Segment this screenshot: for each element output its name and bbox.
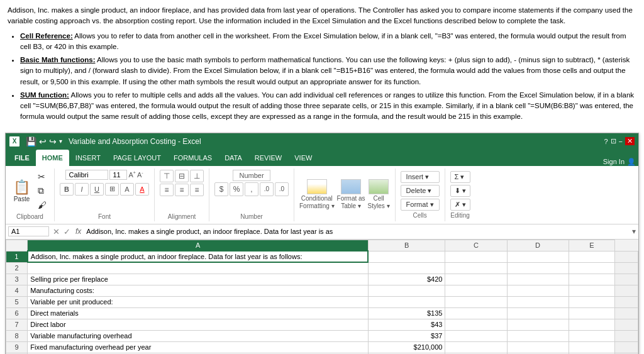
cell-d1[interactable] xyxy=(507,251,569,262)
cell-e3[interactable] xyxy=(569,274,615,285)
cell-e1[interactable] xyxy=(569,251,615,262)
undo-qat-btn[interactable]: ↩ xyxy=(39,136,47,147)
format-painter-btn[interactable]: 🖌 xyxy=(35,199,49,211)
delete-cells-btn[interactable]: Delete ▾ xyxy=(401,185,440,197)
row-header-5[interactable]: 5 xyxy=(6,296,28,307)
number-format-box[interactable]: Number xyxy=(233,170,270,181)
cell-a6[interactable]: Direct materials xyxy=(28,307,369,319)
paste-button[interactable]: 📋 Paste xyxy=(11,178,33,204)
cancel-formula-icon[interactable]: ✕ xyxy=(52,227,61,236)
cell-c8[interactable] xyxy=(445,330,507,341)
cell-b2[interactable] xyxy=(368,262,445,274)
font-name-input[interactable] xyxy=(65,170,108,180)
col-header-a[interactable]: A xyxy=(28,240,369,251)
clear-btn[interactable]: ✗ ▾ xyxy=(450,199,470,211)
cell-b1[interactable] xyxy=(368,251,445,262)
formula-expand-icon[interactable]: ▾ xyxy=(632,227,636,236)
row-header-2[interactable]: 2 xyxy=(6,262,28,274)
confirm-formula-icon[interactable]: ✓ xyxy=(62,227,72,236)
cell-b8[interactable]: $37 xyxy=(368,330,445,341)
tab-formulas[interactable]: FORMULAS xyxy=(167,150,218,166)
italic-button[interactable]: I xyxy=(75,183,89,196)
cell-a5[interactable]: Variable per unit produced: xyxy=(28,296,369,307)
cell-d5[interactable] xyxy=(507,296,569,307)
cell-b5[interactable] xyxy=(368,296,445,307)
align-left-btn[interactable]: ≡ xyxy=(160,184,174,196)
cell-c7[interactable] xyxy=(445,319,507,330)
cell-d9[interactable] xyxy=(507,341,569,353)
cell-d6[interactable] xyxy=(507,307,569,319)
tab-view[interactable]: VIEW xyxy=(288,150,318,166)
row-header-7[interactable]: 7 xyxy=(6,319,28,330)
tab-page-layout[interactable]: PAGE LAYOUT xyxy=(107,150,167,166)
font-size-input[interactable] xyxy=(109,170,127,180)
align-center-btn[interactable]: ≡ xyxy=(175,184,189,196)
tab-data[interactable]: DATA xyxy=(218,150,248,166)
conditional-formatting-btn[interactable]: ConditionalFormatting ▾ xyxy=(299,179,335,210)
align-bottom-btn[interactable]: ⊥ xyxy=(190,170,204,182)
col-header-d[interactable]: D xyxy=(507,240,569,251)
cell-c1[interactable] xyxy=(445,251,507,262)
row-header-9[interactable]: 9 xyxy=(6,341,28,353)
insert-cells-btn[interactable]: Insert ▾ xyxy=(401,171,440,183)
cell-e5[interactable] xyxy=(569,296,615,307)
cell-e9[interactable] xyxy=(569,341,615,353)
tab-insert[interactable]: INSERT xyxy=(69,150,107,166)
cell-a4[interactable]: Manufacturing costs: xyxy=(28,285,369,296)
tab-home[interactable]: HOME xyxy=(36,150,69,166)
sign-in-btn[interactable]: Sign In 👤 xyxy=(603,158,636,166)
cell-c4[interactable] xyxy=(445,285,507,296)
cell-e7[interactable] xyxy=(569,319,615,330)
col-header-b[interactable]: B xyxy=(368,240,445,251)
font-size-inc-icon[interactable]: A+ xyxy=(128,170,135,179)
name-box-input[interactable] xyxy=(8,226,49,236)
cell-a3[interactable]: Selling price per fireplace xyxy=(28,274,369,285)
cut-btn[interactable]: ✂ xyxy=(35,170,49,183)
border-button[interactable]: ⊞ xyxy=(105,183,119,196)
cell-a7[interactable]: Direct labor xyxy=(28,319,369,330)
cell-b3[interactable]: $420 xyxy=(368,274,445,285)
align-middle-btn[interactable]: ⊟ xyxy=(175,170,189,182)
cell-b7[interactable]: $43 xyxy=(368,319,445,330)
col-header-e[interactable]: E xyxy=(569,240,615,251)
percent-btn[interactable]: % xyxy=(230,182,243,196)
format-as-table-btn[interactable]: Format asTable ▾ xyxy=(337,179,365,210)
cell-c5[interactable] xyxy=(445,296,507,307)
cell-a2[interactable] xyxy=(28,262,369,274)
row-header-6[interactable]: 6 xyxy=(6,307,28,319)
redo-qat-btn[interactable]: ↪ xyxy=(49,136,57,147)
row-header-4[interactable]: 4 xyxy=(6,285,28,296)
cell-e2[interactable] xyxy=(569,262,615,274)
qat-dropdown-btn[interactable]: ▾ xyxy=(59,138,62,145)
cell-d7[interactable] xyxy=(507,319,569,330)
row-header-3[interactable]: 3 xyxy=(6,274,28,285)
font-size-dec-icon[interactable]: A- xyxy=(137,170,143,179)
fill-btn[interactable]: ⬇ ▾ xyxy=(450,185,470,197)
cell-d4[interactable] xyxy=(507,285,569,296)
cell-e4[interactable] xyxy=(569,285,615,296)
cell-a1[interactable]: Addison, Inc. makes a single product, an… xyxy=(28,251,369,262)
cell-c2[interactable] xyxy=(445,262,507,274)
align-top-btn[interactable]: ⊤ xyxy=(160,170,174,182)
decrease-decimal-btn[interactable]: .0 xyxy=(275,182,289,196)
cell-d8[interactable] xyxy=(507,330,569,341)
cell-a9[interactable]: Fixed manufacturing overhead per year xyxy=(28,341,369,353)
save-qat-btn[interactable]: 💾 xyxy=(26,136,36,147)
cell-styles-btn[interactable]: CellStyles ▾ xyxy=(368,179,390,210)
cell-d2[interactable] xyxy=(507,262,569,274)
cell-e6[interactable] xyxy=(569,307,615,319)
align-right-btn[interactable]: ≡ xyxy=(190,184,204,196)
cell-a8[interactable]: Variable manufacturing overhead xyxy=(28,330,369,341)
cell-c6[interactable] xyxy=(445,307,507,319)
row-header-8[interactable]: 8 xyxy=(6,330,28,341)
tab-review[interactable]: REVIEW xyxy=(248,150,288,166)
cell-d3[interactable] xyxy=(507,274,569,285)
autosum-btn[interactable]: Σ ▾ xyxy=(450,171,470,183)
cell-e8[interactable] xyxy=(569,330,615,341)
cell-c9[interactable] xyxy=(445,341,507,353)
cell-c3[interactable] xyxy=(445,274,507,285)
formula-input[interactable] xyxy=(85,227,630,236)
col-header-c[interactable]: C xyxy=(445,240,507,251)
currency-btn[interactable]: $ xyxy=(214,182,228,196)
bold-button[interactable]: B xyxy=(60,183,74,196)
